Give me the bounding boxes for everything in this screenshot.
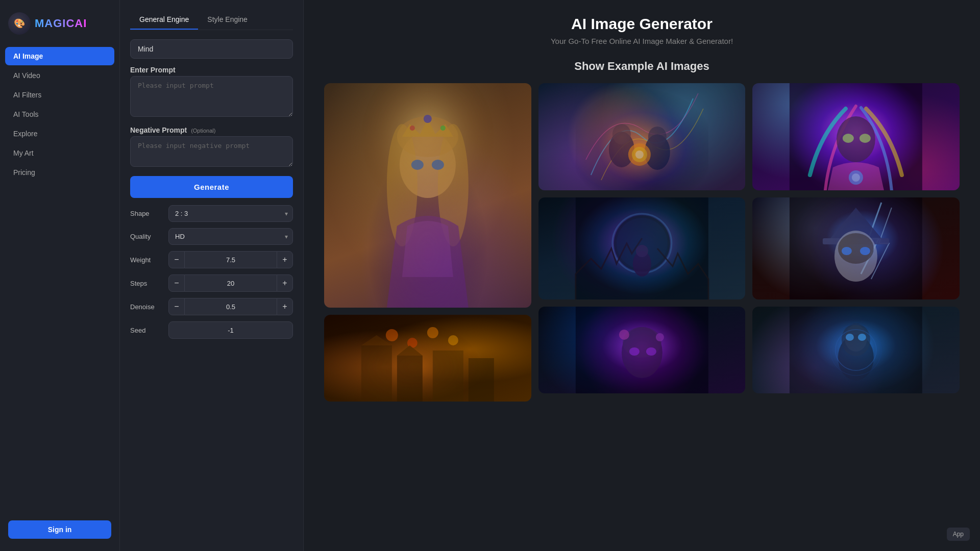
svg-point-15 — [448, 335, 458, 345]
sign-in-button[interactable]: Sign in — [8, 520, 111, 539]
nav-label-ai-filters: AI Filters — [13, 91, 41, 99]
model-select[interactable]: Mind — [130, 39, 293, 59]
svg-point-38 — [655, 333, 664, 341]
svg-point-39 — [629, 347, 639, 356]
setting-shape-row: Shape 1 : 1 2 : 3 3 : 2 16 : 9 9 : 16 ▾ — [130, 205, 293, 222]
setting-weight-row: Weight − + — [130, 251, 293, 268]
weight-decrement-button[interactable]: − — [168, 251, 185, 268]
svg-point-37 — [619, 330, 629, 340]
gallery-item-2[interactable] — [538, 83, 746, 190]
svg-point-33 — [635, 245, 648, 257]
seed-label: Seed — [130, 327, 163, 334]
weight-input[interactable] — [185, 251, 277, 268]
steps-decrement-button[interactable]: − — [168, 274, 185, 292]
svg-point-40 — [646, 347, 656, 356]
nav-label-my-art: My Art — [13, 149, 34, 157]
seed-input[interactable] — [168, 321, 293, 339]
setting-steps-row: Steps − + — [130, 274, 293, 292]
denoise-increment-button[interactable]: + — [277, 298, 293, 315]
control-panel: General Engine Style Engine Mind Enter P… — [120, 0, 304, 551]
sidebar: 🎨 MAGICAI AI Image AI Video AI Filters A… — [0, 0, 120, 551]
setting-denoise-row: Denoise − + — [130, 298, 293, 315]
denoise-input[interactable] — [185, 298, 277, 315]
steps-increment-button[interactable]: + — [277, 274, 293, 292]
example-heading: Show Example AI Images — [324, 60, 960, 73]
svg-point-9 — [411, 160, 424, 170]
sign-in-area: Sign in — [0, 512, 119, 543]
logo-text: MAGICAI — [35, 17, 87, 30]
steps-label: Steps — [130, 280, 163, 287]
steps-input[interactable] — [185, 274, 277, 292]
gallery-item-9[interactable] — [752, 307, 960, 393]
sidebar-item-ai-tools[interactable]: AI Tools — [5, 105, 114, 123]
nav-label-ai-video: AI Video — [13, 71, 40, 80]
svg-point-6 — [440, 126, 446, 131]
denoise-decrement-button[interactable]: − — [168, 298, 185, 315]
prompt-label: Enter Prompt — [130, 66, 293, 74]
sidebar-item-pricing[interactable]: Pricing — [5, 163, 114, 182]
prompt-textarea[interactable] — [130, 76, 293, 117]
shape-select[interactable]: 1 : 1 2 : 3 3 : 2 16 : 9 9 : 16 — [168, 205, 293, 222]
model-selector-wrapper: Mind — [130, 39, 293, 59]
svg-point-27 — [635, 151, 643, 159]
gallery-item-8[interactable] — [538, 307, 746, 393]
sidebar-item-my-art[interactable]: My Art — [5, 144, 114, 162]
svg-point-14 — [427, 327, 438, 338]
steps-stepper: − + — [168, 274, 293, 292]
quality-select[interactable]: SD HD 4K — [168, 228, 293, 245]
gallery-item-7[interactable] — [324, 315, 531, 402]
logo-area: 🎨 MAGICAI — [0, 8, 119, 47]
sidebar-item-ai-video[interactable]: AI Video — [5, 66, 114, 85]
app-badge: App — [947, 528, 970, 541]
weight-stepper: − + — [168, 251, 293, 268]
engine-tabs: General Engine Style Engine — [130, 10, 293, 30]
svg-point-58 — [858, 334, 866, 341]
setting-quality-row: Quality SD HD 4K ▾ — [130, 228, 293, 245]
shape-label: Shape — [130, 210, 163, 217]
generate-button[interactable]: Generate — [130, 176, 293, 198]
svg-point-43 — [843, 134, 854, 143]
negative-prompt-section: Negative Prompt (Optional) — [130, 126, 293, 169]
settings-grid: Shape 1 : 1 2 : 3 3 : 2 16 : 9 9 : 16 ▾ … — [130, 205, 293, 339]
prompt-section: Enter Prompt — [130, 66, 293, 119]
svg-point-57 — [846, 334, 854, 341]
negative-prompt-textarea[interactable] — [130, 136, 293, 167]
nav-label-explore: Explore — [13, 130, 37, 138]
tab-general-engine[interactable]: General Engine — [130, 10, 198, 30]
svg-point-12 — [386, 329, 398, 341]
svg-rect-18 — [433, 350, 463, 402]
logo-icon: 🎨 — [8, 12, 31, 35]
svg-point-5 — [410, 126, 415, 131]
svg-point-51 — [842, 247, 852, 255]
sidebar-item-ai-image[interactable]: AI Image — [5, 47, 114, 65]
denoise-label: Denoise — [130, 303, 163, 311]
svg-rect-17 — [397, 356, 423, 402]
nav-label-pricing: Pricing — [13, 168, 35, 177]
sidebar-item-ai-filters[interactable]: AI Filters — [5, 86, 114, 104]
logo-emoji: 🎨 — [14, 18, 25, 29]
gallery-subtitle: Your Go-To Free Online AI Image Maker & … — [324, 37, 960, 45]
quality-label: Quality — [130, 233, 163, 240]
nav-label-ai-tools: AI Tools — [13, 110, 39, 118]
weight-increment-button[interactable]: + — [277, 251, 293, 268]
shape-select-wrapper: 1 : 1 2 : 3 3 : 2 16 : 9 9 : 16 ▾ — [168, 205, 293, 222]
svg-point-4 — [424, 115, 432, 123]
optional-tag: (Optional) — [191, 128, 215, 134]
denoise-stepper: − + — [168, 298, 293, 315]
gallery-header: AI Image Generator Your Go-To Free Onlin… — [324, 15, 960, 45]
svg-point-46 — [852, 173, 860, 182]
nav-menu: AI Image AI Video AI Filters AI Tools Ex… — [0, 47, 119, 512]
main-content: General Engine Style Engine Mind Enter P… — [120, 0, 980, 551]
setting-seed-row: Seed — [130, 321, 293, 339]
gallery-item-5[interactable] — [538, 197, 746, 299]
svg-rect-16 — [361, 345, 392, 402]
gallery-item-6[interactable] — [752, 197, 960, 299]
quality-select-wrapper: SD HD 4K ▾ — [168, 228, 293, 245]
tab-style-engine[interactable]: Style Engine — [198, 10, 257, 30]
gallery-title: AI Image Generator — [324, 15, 960, 33]
gallery-panel: AI Image Generator Your Go-To Free Onlin… — [304, 0, 980, 551]
sidebar-item-explore[interactable]: Explore — [5, 124, 114, 143]
gallery-item-1[interactable] — [324, 83, 531, 308]
gallery-item-3[interactable] — [752, 83, 960, 190]
svg-point-24 — [648, 127, 666, 147]
